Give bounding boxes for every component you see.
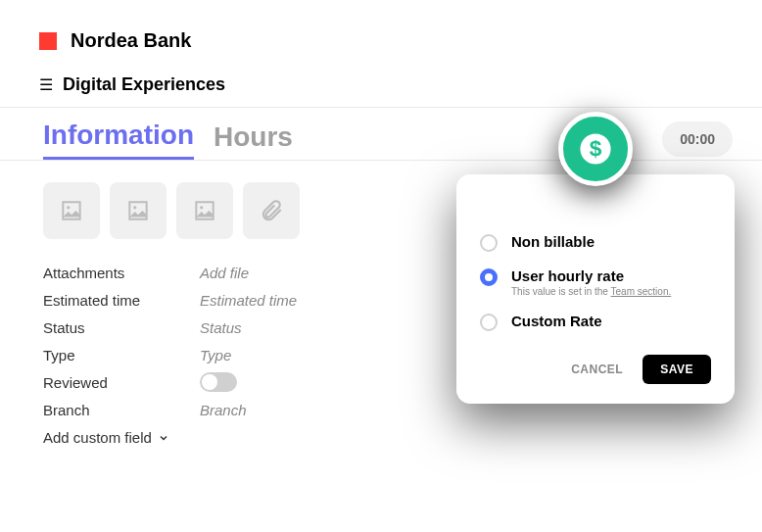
svg-point-1	[133, 206, 136, 209]
paperclip-icon	[259, 198, 284, 223]
field-label: Branch	[43, 402, 200, 418]
dollar-badge: $	[558, 112, 633, 186]
field-label: Status	[43, 319, 200, 336]
radio-non-billable[interactable]: Non billable	[480, 225, 711, 260]
attachment-thumbnail[interactable]	[176, 182, 233, 239]
radio-label: Custom Rate	[511, 313, 711, 329]
tab-hours[interactable]: Hours	[214, 121, 293, 159]
radio-icon	[480, 314, 498, 331]
field-label: Attachments	[43, 265, 200, 281]
branch-input[interactable]: Branch	[200, 402, 247, 418]
field-label: Type	[43, 347, 200, 363]
tab-information[interactable]: Information	[43, 120, 194, 160]
radio-label: User hourly rate	[511, 267, 711, 284]
radio-label: Non billable	[511, 233, 711, 250]
attachment-thumbnail[interactable]	[43, 182, 100, 239]
image-icon	[125, 198, 151, 223]
add-file-link[interactable]: Add file	[200, 265, 249, 281]
svg-point-0	[67, 206, 70, 209]
hamburger-icon[interactable]: ☰	[39, 75, 53, 94]
image-icon	[192, 198, 217, 223]
estimated-time-input[interactable]: Estimated time	[200, 292, 297, 309]
brand-logo	[39, 32, 57, 50]
chevron-down-icon	[158, 432, 169, 444]
status-input[interactable]: Status	[200, 319, 242, 336]
radio-icon-selected	[480, 268, 498, 286]
radio-custom-rate[interactable]: Custom Rate	[480, 305, 711, 339]
add-custom-label: Add custom field	[43, 429, 152, 446]
brand-title: Nordea Bank	[71, 29, 191, 52]
radio-icon	[480, 234, 498, 252]
svg-text:$: $	[590, 135, 602, 161]
subheader-title: Digital Experiences	[63, 74, 225, 95]
cancel-button[interactable]: CANCEL	[561, 355, 633, 384]
radio-hint: This value is set in the Team section.	[511, 286, 711, 297]
add-custom-field-button[interactable]: Add custom field	[43, 429, 762, 446]
field-label: Reviewed	[43, 374, 200, 391]
type-input[interactable]: Type	[200, 347, 231, 363]
field-label: Estimated time	[43, 292, 200, 309]
page-header: Nordea Bank	[0, 0, 762, 52]
subheader: ☰ Digital Experiences	[0, 52, 762, 107]
add-attachment-button[interactable]	[243, 182, 300, 239]
radio-user-hourly-rate[interactable]: User hourly rate This value is set in th…	[480, 260, 711, 305]
popover-card: Non billable User hourly rate This value…	[456, 174, 735, 404]
rate-popover: $ Non billable User hourly rate This val…	[456, 127, 735, 404]
dollar-icon: $	[579, 132, 612, 166]
reviewed-toggle[interactable]	[200, 372, 237, 392]
team-section-link[interactable]: Team section.	[611, 286, 672, 297]
save-button[interactable]: SAVE	[643, 355, 711, 384]
image-icon	[59, 198, 84, 223]
svg-point-2	[200, 206, 203, 209]
popover-actions: CANCEL SAVE	[480, 355, 711, 384]
attachment-thumbnail[interactable]	[110, 182, 167, 239]
